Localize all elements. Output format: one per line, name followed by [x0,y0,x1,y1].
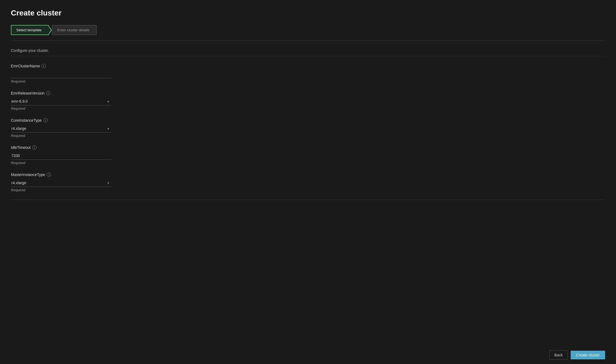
cluster-name-info-icon[interactable]: i [42,64,46,68]
section-divider-top [11,56,605,56]
top-divider [11,40,605,41]
release-version-group: EmrReleaseVersion i emr-6.9.0 emr-6.8.0 … [11,91,605,111]
form-subtitle: Configure your cluster. [11,48,605,53]
release-version-info-icon[interactable]: i [46,91,51,95]
master-instance-type-label-row: MasterInstanceType i [11,172,605,177]
idle-timeout-required: Required [11,161,605,165]
core-instance-type-required: Required [11,134,605,138]
page-title: Create cluster [11,9,605,17]
release-version-label: EmrReleaseVersion [11,91,45,95]
cluster-name-input[interactable] [11,70,111,78]
core-instance-type-info-icon[interactable]: i [43,118,48,123]
core-instance-type-label-row: CoreInstanceType i [11,118,605,123]
stepper: Select template Enter cluster details [11,25,97,35]
core-instance-type-label: CoreInstanceType [11,118,42,123]
master-instance-type-select[interactable]: r4.xlarge r4.2xlarge m5.xlarge m5.2xlarg… [11,179,111,187]
step-1-label: Select template [16,28,42,32]
section-divider-bottom [11,200,605,200]
master-instance-type-select-wrapper: r4.xlarge r4.2xlarge m5.xlarge m5.2xlarg… [11,179,111,187]
back-button[interactable]: Back [549,350,568,360]
create-cluster-button[interactable]: Create cluster [571,351,605,359]
master-instance-type-info-icon[interactable]: i [47,172,51,177]
release-version-select[interactable]: emr-6.9.0 emr-6.8.0 emr-6.7.0 emr-6.6.0 [11,98,111,105]
cluster-name-label-row: EmrClusterName i [11,64,605,68]
release-version-select-wrapper: emr-6.9.0 emr-6.8.0 emr-6.7.0 emr-6.6.0 [11,98,111,105]
master-instance-type-group: MasterInstanceType i r4.xlarge r4.2xlarg… [11,172,605,192]
idle-timeout-input[interactable] [11,152,111,160]
cluster-name-required: Required [11,79,605,83]
cluster-name-group: EmrClusterName i Required [11,64,605,83]
idle-timeout-label-row: IdleTimeout i [11,145,605,150]
master-instance-type-label: MasterInstanceType [11,172,45,177]
bottom-action-bar: Back Create cluster [0,346,616,364]
idle-timeout-group: IdleTimeout i Required [11,145,605,165]
step-2-enter-details[interactable]: Enter cluster details [52,25,97,35]
cluster-name-label: EmrClusterName [11,64,40,68]
master-instance-type-required: Required [11,188,605,192]
step-2-label: Enter cluster details [57,28,90,32]
core-instance-type-group: CoreInstanceType i r4.xlarge r4.2xlarge … [11,118,605,138]
release-version-label-row: EmrReleaseVersion i [11,91,605,95]
release-version-required: Required [11,106,605,111]
step-1-select-template[interactable]: Select template [11,25,49,35]
core-instance-type-select-wrapper: r4.xlarge r4.2xlarge m5.xlarge m5.2xlarg… [11,125,111,133]
idle-timeout-label: IdleTimeout [11,145,31,150]
idle-timeout-info-icon[interactable]: i [32,145,37,150]
core-instance-type-select[interactable]: r4.xlarge r4.2xlarge m5.xlarge m5.2xlarg… [11,125,111,133]
